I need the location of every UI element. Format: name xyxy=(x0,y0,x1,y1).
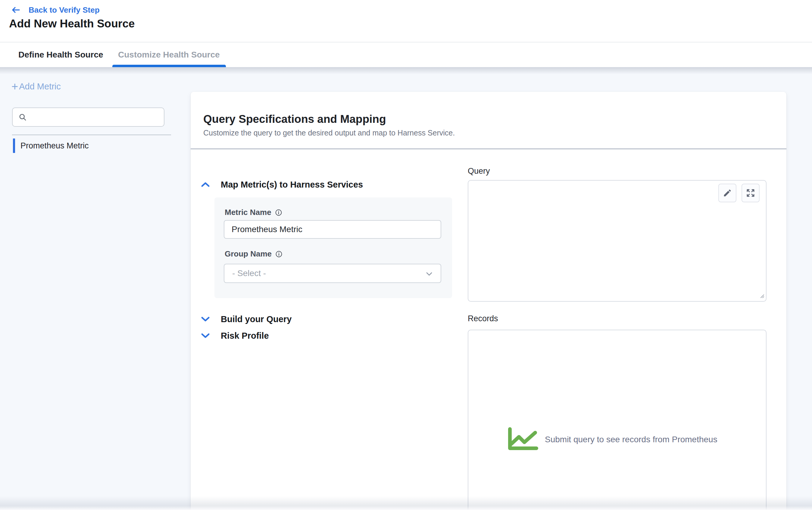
records-empty-text: Submit query to see records from Prometh… xyxy=(545,435,718,444)
query-specifications-panel: Query Specifications and Mapping Customi… xyxy=(191,92,786,510)
records-empty-state: Submit query to see records from Prometh… xyxy=(507,427,718,452)
metric-mapping-card: Metric Name Group Name xyxy=(214,198,452,298)
active-tab-underline xyxy=(112,65,226,67)
records-label: Records xyxy=(468,314,498,323)
section-build-your-query[interactable]: Build your Query xyxy=(201,312,292,326)
line-chart-icon xyxy=(507,427,539,452)
tab-bar: Define Health Source Customize Health So… xyxy=(0,42,812,67)
metric-name-label-text: Metric Name xyxy=(225,208,271,217)
metric-name-label: Metric Name xyxy=(225,208,282,217)
arrow-left-icon xyxy=(11,6,20,13)
info-circle-icon[interactable] xyxy=(275,209,282,216)
section-map-metrics-to-harness-services[interactable]: Map Metric(s) to Harness Services xyxy=(201,178,363,191)
section-label: Build your Query xyxy=(221,314,292,324)
screen: Back to Verify Step Add New Health Sourc… xyxy=(0,0,812,510)
pencil-icon xyxy=(723,188,732,198)
add-metric-label: Add Metric xyxy=(19,82,61,92)
panel-subtitle: Customize the query to get the desired o… xyxy=(203,128,455,137)
selected-indicator-bar xyxy=(13,139,15,153)
info-circle-icon[interactable] xyxy=(275,250,283,258)
chevron-up-icon[interactable] xyxy=(201,182,210,187)
section-label: Risk Profile xyxy=(221,331,269,341)
back-to-verify-step-link[interactable]: Back to Verify Step xyxy=(11,4,100,16)
chevron-down-icon[interactable] xyxy=(201,333,210,339)
resize-grip-icon[interactable] xyxy=(758,292,764,300)
group-name-select[interactable]: - Select - xyxy=(224,264,441,283)
sidebar-divider xyxy=(12,134,171,135)
panel-title: Query Specifications and Mapping xyxy=(203,113,386,125)
edit-query-button[interactable] xyxy=(718,184,736,202)
tab-customize-health-source[interactable]: Customize Health Source xyxy=(118,42,220,67)
add-metric-button[interactable]: + Add Metric xyxy=(11,81,61,92)
query-editor xyxy=(468,180,766,302)
metric-list-item-prometheus[interactable]: Prometheus Metric xyxy=(13,139,89,153)
group-name-placeholder: - Select - xyxy=(232,269,266,278)
page-header: Back to Verify Step Add New Health Sourc… xyxy=(0,0,812,67)
section-risk-profile[interactable]: Risk Profile xyxy=(201,329,269,342)
section-label: Map Metric(s) to Harness Services xyxy=(221,180,363,190)
chevron-down-icon xyxy=(426,272,433,277)
metric-search-box xyxy=(12,108,165,127)
back-link-label: Back to Verify Step xyxy=(29,5,100,15)
page-title: Add New Health Source xyxy=(9,18,135,30)
chevron-down-icon[interactable] xyxy=(201,316,210,322)
header-shadow xyxy=(0,67,812,74)
panel-divider xyxy=(191,148,786,149)
metric-search-input[interactable] xyxy=(31,109,164,125)
group-name-label: Group Name xyxy=(225,249,283,259)
metric-name-input[interactable] xyxy=(224,220,441,239)
tab-define-health-source[interactable]: Define Health Source xyxy=(18,42,103,67)
plus-icon: + xyxy=(11,81,18,92)
records-panel: Submit query to see records from Prometh… xyxy=(468,330,766,510)
expand-arrows-icon xyxy=(746,188,755,198)
metric-item-label: Prometheus Metric xyxy=(21,141,89,151)
group-name-label-text: Group Name xyxy=(225,249,272,259)
search-icon xyxy=(19,113,27,121)
expand-query-button[interactable] xyxy=(742,184,760,202)
query-label: Query xyxy=(468,167,490,176)
